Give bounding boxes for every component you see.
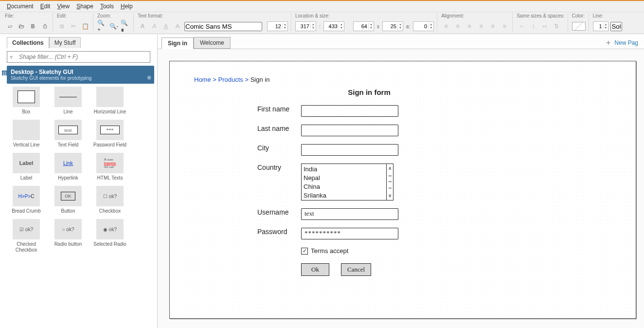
line-group-label: Line: <box>593 13 623 20</box>
filter-icon: ▿ <box>10 54 13 60</box>
same-group-label: Same sizes & spaces: <box>517 13 564 20</box>
line-width-spinner[interactable]: ▲▼ <box>593 21 609 31</box>
shape-selected-radio[interactable]: ◉ ok?Selected Radio <box>90 219 129 253</box>
align-middle-icon[interactable]: ≡ <box>488 21 498 31</box>
paste-icon[interactable]: 📋 <box>80 21 90 31</box>
shape-radio-button[interactable]: ○ ok?Radio button <box>49 219 88 253</box>
scrollbar[interactable]: ∧∨ <box>386 164 393 200</box>
label-city: City <box>194 144 301 152</box>
strike-icon[interactable]: A <box>173 21 182 31</box>
category-header[interactable]: ⊟ Desktop - Sketchy GUI Sketchy GUI elem… <box>7 66 154 84</box>
text-group-label: Text format: <box>138 13 288 20</box>
fill-color[interactable] <box>572 22 586 31</box>
menu-shape[interactable]: Shape <box>73 2 96 11</box>
menu-view[interactable]: View <box>54 2 72 11</box>
shape-checkbox[interactable]: ☐ ok?Checkbox <box>90 186 129 214</box>
zoom-fit-icon[interactable]: 🔍∎ <box>121 21 130 31</box>
zoom-group-label: Zoom: <box>97 13 130 20</box>
label-first: First name <box>194 105 301 113</box>
align-top-icon[interactable]: ≡ <box>476 21 486 31</box>
zoom-out-icon[interactable]: 🔍- <box>109 21 119 31</box>
shape-box[interactable]: Box <box>7 87 46 115</box>
new-page-link[interactable]: New Pag <box>614 39 640 46</box>
cut-icon[interactable]: ✂ <box>69 21 78 31</box>
label-last: Last name <box>194 125 301 132</box>
label-username: Username <box>194 208 301 216</box>
dist-h-icon[interactable]: ⇿ <box>540 21 550 31</box>
shape-text-field[interactable]: textText Field <box>49 120 88 148</box>
form-title: Sign in form <box>321 88 418 96</box>
tab-my-stuff[interactable]: My Stuff <box>49 37 81 48</box>
menu-document[interactable]: Document <box>4 2 36 11</box>
doc-tabs: Sign in Welcome + New Pag <box>158 34 644 49</box>
shape-html-texts[interactable]: A numimaginedei tamHTML Texts <box>90 153 129 181</box>
cancel-button[interactable]: Cancel <box>341 263 371 276</box>
label-password: Password <box>194 228 301 236</box>
print-icon[interactable]: ⎙ <box>40 21 50 31</box>
line-style-combo[interactable] <box>610 22 622 31</box>
shape-label[interactable]: LabelLabel <box>7 153 46 181</box>
shape-line[interactable]: Line <box>49 87 88 115</box>
underline-icon[interactable]: A <box>161 21 171 31</box>
shape-panel: Collections My Stuff ▿ ⊟ Desktop - Sketc… <box>0 34 158 328</box>
font-size-spinner[interactable]: ▲▼ <box>267 21 288 31</box>
add-page-icon[interactable]: + <box>606 38 610 47</box>
save-file-icon[interactable]: 🗎 <box>28 21 38 31</box>
shape-password-field[interactable]: ***Password Field <box>90 120 129 148</box>
menu-help[interactable]: Help <box>118 2 136 11</box>
color-group-label: Color: <box>572 13 586 20</box>
a-spinner[interactable]: ▲▼ <box>413 21 434 31</box>
same-w-icon[interactable]: ↔ <box>517 21 526 31</box>
tab-collections[interactable]: Collections <box>7 37 49 48</box>
tab-welcome[interactable]: Welcome <box>194 37 231 49</box>
new-file-icon[interactable]: ▱ <box>5 21 15 31</box>
shape-filter-input[interactable] <box>7 51 150 63</box>
shape-bread-crumb[interactable]: H>P>CBread Crumb <box>7 186 46 214</box>
copy-icon[interactable]: ⧉ <box>57 21 67 31</box>
menu-tools[interactable]: Tools <box>97 2 117 11</box>
shape-button[interactable]: OKButton <box>49 186 88 214</box>
label-terms: Terms accept <box>311 247 348 255</box>
menu-edit[interactable]: Edit <box>37 2 54 11</box>
checkbox-terms[interactable]: ✓ <box>301 248 308 255</box>
dist-v-icon[interactable]: ⇅ <box>552 21 561 31</box>
file-group-label: File: <box>5 13 50 20</box>
collapse-icon[interactable]: ⊟ <box>2 71 7 75</box>
italic-icon[interactable]: A <box>149 21 159 31</box>
align-left-icon[interactable]: ≡ <box>441 21 451 31</box>
label-country: Country <box>194 164 301 171</box>
align-right-icon[interactable]: ≡ <box>465 21 474 31</box>
x-spinner[interactable]: ▲▼ <box>295 21 316 31</box>
input-last[interactable] <box>301 125 398 136</box>
input-city[interactable] <box>301 144 398 156</box>
input-password[interactable]: ********** <box>301 228 398 239</box>
canvas-page[interactable]: Home > Products > Sign in Sign in form F… <box>169 61 636 319</box>
same-h-icon[interactable]: ↕ <box>528 21 538 31</box>
zoom-in-icon[interactable]: 🔍+ <box>97 21 107 31</box>
w-spinner[interactable]: ▲▼ <box>353 21 374 31</box>
toolbar: File: ▱ 🗁 🗎 ⎙ Edit: ⧉ ✂ 📋 Zoom: 🔍+ 🔍- 🔍∎… <box>0 12 644 34</box>
shape-horizontal-line[interactable]: Horizontal Line <box>90 87 129 115</box>
shape-hyperlink[interactable]: LinkHyperlink <box>49 153 88 181</box>
menubar: Document Edit View Shape Tools Help <box>0 1 644 12</box>
bold-icon[interactable]: A <box>138 21 147 31</box>
ok-button[interactable]: Ok <box>301 263 329 276</box>
loc-group-label: Location & size: <box>295 13 434 20</box>
tab-sign-in[interactable]: Sign in <box>161 37 194 49</box>
open-file-icon[interactable]: 🗁 <box>17 21 26 31</box>
close-icon[interactable]: ⊗ <box>147 74 151 81</box>
align-center-icon[interactable]: ≡ <box>453 21 463 31</box>
input-first[interactable] <box>301 105 398 117</box>
input-username[interactable]: text <box>301 208 398 220</box>
align-group-label: Alignment: <box>441 13 509 20</box>
h-spinner[interactable]: ▲▼ <box>382 21 403 31</box>
font-combo[interactable] <box>184 22 262 31</box>
breadcrumb[interactable]: Home > Products > Sign in <box>194 76 611 83</box>
y-spinner[interactable]: ▲▼ <box>323 21 344 31</box>
align-bottom-icon[interactable]: ≡ <box>500 21 509 31</box>
shape-vertical-line[interactable]: Vertical Line <box>7 120 46 148</box>
list-country[interactable]: India Nepal China Srilanka ∧∨ <box>301 164 394 200</box>
shape-checked-checkbox[interactable]: ☑ ok?Checked Checkbox <box>7 219 46 253</box>
edit-group-label: Edit: <box>57 13 90 20</box>
